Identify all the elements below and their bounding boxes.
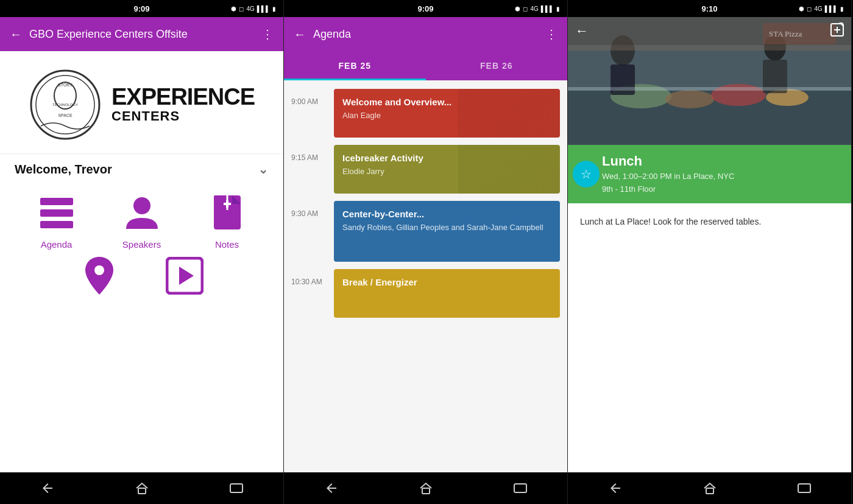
recents-nav-btn-2[interactable] bbox=[505, 478, 536, 498]
session-title-4: Break / Energizer bbox=[342, 276, 551, 289]
add-note-icon[interactable] bbox=[830, 22, 844, 40]
battery-icon: ▮ bbox=[272, 5, 276, 12]
svg-text:STORY: STORY bbox=[58, 83, 73, 87]
logo-circle-svg: STORY TECHNOLOGY SPACE bbox=[29, 68, 102, 141]
logo-text-group: EXPERIENCE CENTERS bbox=[111, 85, 255, 124]
logo-area: STORY TECHNOLOGY SPACE EXPERIENCE CENTER… bbox=[0, 51, 283, 153]
battery-icon-2: ▮ bbox=[556, 5, 560, 12]
detail-subtitle-line1: Wed, 1:00–2:00 PM in La Place, NYC bbox=[602, 171, 841, 182]
detail-title: Lunch bbox=[602, 153, 841, 169]
chevron-down-icon[interactable]: ⌄ bbox=[258, 161, 269, 177]
svg-rect-34 bbox=[568, 87, 851, 91]
back-nav-btn-2[interactable] bbox=[316, 478, 347, 498]
back-arrow-icon-1[interactable]: ← bbox=[10, 27, 22, 41]
agenda-row-3[interactable]: 9:30 AM Center-by-Center... Sandy Robles… bbox=[284, 197, 567, 265]
detail-description: Lunch at La Place! Look for the reserved… bbox=[580, 215, 839, 228]
back-nav-btn-3[interactable] bbox=[600, 478, 631, 498]
agenda-row-2[interactable]: 9:15 AM Icebreaker Activity Elodie Jarry bbox=[284, 141, 567, 197]
bluetooth-icon-3: ⬢ bbox=[799, 5, 804, 12]
back-arrow-icon-3[interactable]: ← bbox=[575, 23, 589, 39]
detail-hero-container: STA Pizza ← bbox=[568, 17, 851, 145]
more-options-icon-2[interactable]: ⋮ bbox=[545, 27, 557, 41]
session-title-3: Center-by-Center... bbox=[342, 208, 551, 220]
agenda-row-1[interactable]: 9:00 AM Welcome and Overview... Alan Eag… bbox=[284, 85, 567, 141]
svg-rect-17 bbox=[138, 488, 146, 494]
bottom-nav-1 bbox=[0, 472, 283, 504]
notes-icon-wrap bbox=[206, 192, 249, 234]
menu-item-map[interactable] bbox=[57, 254, 142, 297]
map-pin-icon bbox=[82, 254, 117, 297]
status-icons-3: ⬢ ◻ 4G ▌▌▌ ▮ bbox=[799, 5, 844, 12]
menu-item-speakers[interactable]: Speakers bbox=[99, 192, 185, 250]
detail-green-band: ☆ Lunch Wed, 1:00–2:00 PM in La Place, N… bbox=[568, 145, 851, 203]
signal-4g-3: 4G bbox=[814, 5, 822, 12]
speakers-icon-wrap bbox=[121, 192, 163, 234]
signal-icon: 4G bbox=[246, 5, 254, 12]
recents-nav-btn-1[interactable] bbox=[221, 478, 252, 498]
star-icon: ☆ bbox=[581, 167, 592, 181]
session-card-3[interactable]: Center-by-Center... Sandy Robles, Gillia… bbox=[334, 201, 560, 262]
notes-label: Notes bbox=[215, 239, 239, 250]
session-card-4[interactable]: Break / Energizer bbox=[334, 269, 560, 318]
status-bar-1: 9:09 ⬢ ◻ 4G ▌▌▌ ▮ bbox=[0, 0, 283, 17]
signal-4g-2: 4G bbox=[530, 5, 538, 12]
session-speaker-3: Sandy Robles, Gillian Peoples and Sarah-… bbox=[342, 223, 551, 232]
svg-point-6 bbox=[133, 197, 150, 214]
menu-grid-row1: Agenda Speakers bbox=[0, 182, 283, 250]
phone-3-detail: 9:10 ⬢ ◻ 4G ▌▌▌ ▮ bbox=[568, 0, 852, 504]
status-time-2: 9:09 bbox=[417, 4, 433, 13]
signal-bars-3: ▌▌▌ bbox=[825, 5, 838, 12]
tab-feb25[interactable]: FEB 25 bbox=[284, 51, 426, 80]
back-nav-btn-1[interactable] bbox=[32, 478, 63, 498]
agenda-list: 9:00 AM Welcome and Overview... Alan Eag… bbox=[284, 80, 567, 472]
phone-icon-2: ◻ bbox=[523, 5, 528, 12]
bluetooth-icon: ⬢ bbox=[231, 5, 236, 12]
home-nav-btn-2[interactable] bbox=[411, 478, 441, 498]
phone-2-agenda: 9:09 ⬢ ◻ 4G ▌▌▌ ▮ ← Agenda ⋮ FEB 25 FEB … bbox=[284, 0, 568, 504]
status-icons-2: ⬢ ◻ 4G ▌▌▌ ▮ bbox=[515, 5, 560, 12]
star-badge[interactable]: ☆ bbox=[573, 161, 600, 187]
toolbar-title-2: Agenda bbox=[313, 28, 538, 41]
back-arrow-icon-2[interactable]: ← bbox=[294, 27, 306, 41]
toolbar-1: ← GBO Experience Centers Offsite ⋮ bbox=[0, 17, 283, 51]
status-time-3: 9:10 bbox=[701, 4, 717, 13]
bluetooth-icon-2: ⬢ bbox=[515, 5, 520, 12]
svg-rect-19 bbox=[422, 488, 430, 494]
home-nav-btn-3[interactable] bbox=[695, 478, 725, 498]
session-time-1: 9:00 AM bbox=[291, 89, 328, 106]
welcome-row[interactable]: Welcome, Trevor ⌄ bbox=[0, 153, 283, 182]
status-bar-3: 9:10 ⬢ ◻ 4G ▌▌▌ ▮ bbox=[568, 0, 851, 17]
tab-feb26[interactable]: FEB 26 bbox=[426, 51, 568, 80]
session-time-3: 9:30 AM bbox=[291, 201, 328, 218]
signal-bars-2: ▌▌▌ bbox=[541, 5, 554, 12]
home-nav-btn-1[interactable] bbox=[127, 478, 157, 498]
video-icon-wrap bbox=[163, 254, 206, 297]
map-icon-wrap bbox=[78, 254, 121, 297]
session-card-1[interactable]: Welcome and Overview... Alan Eagle bbox=[334, 89, 560, 138]
status-time-1: 9:09 bbox=[133, 4, 149, 13]
video-play-icon bbox=[166, 257, 204, 295]
detail-body: Lunch at La Place! Look for the reserved… bbox=[568, 203, 851, 472]
signal-bars: ▌▌▌ bbox=[257, 5, 270, 12]
svg-rect-18 bbox=[230, 484, 242, 492]
agenda-icon bbox=[40, 198, 73, 228]
svg-rect-40 bbox=[798, 484, 810, 492]
more-options-icon-1[interactable]: ⋮ bbox=[261, 27, 274, 41]
status-icons-1: ⬢ ◻ 4G ▌▌▌ ▮ bbox=[231, 5, 276, 12]
menu-item-notes[interactable]: Notes bbox=[185, 192, 270, 250]
bottom-nav-3 bbox=[568, 472, 851, 504]
menu-item-agenda[interactable]: Agenda bbox=[14, 192, 99, 250]
recents-nav-btn-3[interactable] bbox=[789, 478, 819, 498]
menu-item-video[interactable] bbox=[142, 254, 227, 297]
agenda-label: Agenda bbox=[41, 239, 73, 250]
logo-experience: EXPERIENCE bbox=[111, 85, 255, 108]
svg-point-14 bbox=[94, 265, 104, 275]
session-time-2: 9:15 AM bbox=[291, 145, 328, 162]
svg-rect-39 bbox=[706, 488, 713, 494]
session-card-2[interactable]: Icebreaker Activity Elodie Jarry bbox=[334, 145, 560, 194]
bottom-nav-2 bbox=[284, 472, 567, 504]
svg-point-24 bbox=[665, 90, 714, 108]
agenda-row-4[interactable]: 10:30 AM Break / Energizer bbox=[284, 265, 567, 321]
status-bar-2: 9:09 ⬢ ◻ 4G ▌▌▌ ▮ bbox=[284, 0, 567, 17]
session-time-4: 10:30 AM bbox=[291, 269, 328, 286]
